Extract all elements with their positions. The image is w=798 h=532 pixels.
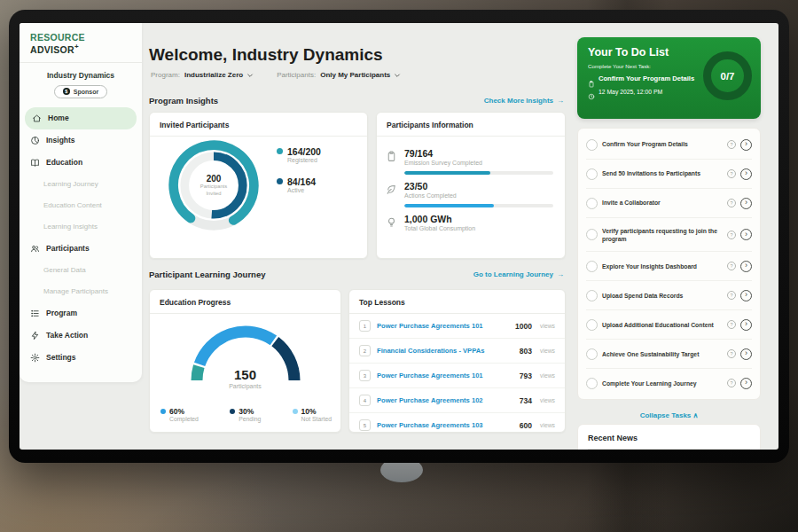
- lesson-views-word: views: [540, 348, 555, 354]
- sidebar-item-manage-participants[interactable]: Manage Participants: [20, 281, 142, 302]
- energy-icon: [386, 215, 397, 227]
- gauge-center-label: 150 Participants: [184, 367, 308, 389]
- legend-value: 164/200: [287, 146, 321, 157]
- sidebar-item-program[interactable]: Program: [20, 302, 142, 325]
- sidebar-item-label: General Data: [43, 266, 86, 274]
- legend-dot: [293, 409, 298, 414]
- legend-value: 60%: [169, 407, 199, 416]
- sidebar-item-learning-journey[interactable]: Learning Journey: [20, 174, 142, 195]
- task-row-complete-your-learning-journey: Complete Your Learning Journey?›: [586, 369, 752, 397]
- sidebar-item-take-action[interactable]: Take Action: [20, 325, 142, 347]
- lesson-views-count: 1000: [515, 322, 532, 331]
- insights-icon: [30, 136, 40, 145]
- monitor-bezel: RESOURCE ADVISOR+ Industry Dynamics $ Sp…: [9, 10, 789, 463]
- task-checkbox[interactable]: [586, 168, 598, 180]
- lesson-link[interactable]: Power Purchase Agreements 102: [377, 396, 513, 404]
- go-to-learning-journey-link[interactable]: Go to Learning Journey →: [473, 270, 564, 278]
- sidebar-item-general-data[interactable]: General Data: [20, 260, 142, 281]
- participants-filter: Participants: Only My Participants: [277, 71, 401, 79]
- logo-primary: RESOURCE: [30, 32, 85, 43]
- task-open-button[interactable]: ›: [740, 261, 752, 272]
- metric-label: Actions Completed: [404, 192, 553, 199]
- chevron-down-icon: [394, 72, 401, 79]
- program-filter-dropdown[interactable]: Industrialize Zero: [184, 71, 254, 79]
- education-icon: [30, 158, 40, 168]
- task-checkbox[interactable]: [586, 378, 598, 389]
- legend-dot: [277, 178, 283, 184]
- top-lessons-card: Top Lessons 1Power Purchase Agreements 1…: [348, 289, 566, 433]
- lesson-rank: 3: [359, 370, 371, 381]
- metric-progress-bar: [404, 171, 553, 175]
- lesson-link[interactable]: Financial Considerations - VPPAs: [377, 347, 513, 355]
- task-row-invite-a-collaborator: Invite a Collaborator?›: [586, 189, 752, 218]
- legend-dot: [277, 148, 283, 154]
- task-checkbox[interactable]: [586, 261, 598, 272]
- legend-dot: [230, 409, 235, 414]
- invited-participants-title: Invited Participants: [150, 113, 367, 137]
- task-checkbox[interactable]: [586, 319, 598, 331]
- sponsor-icon: $: [63, 88, 70, 95]
- sponsor-label: Sponsor: [74, 89, 98, 95]
- task-checkbox[interactable]: [586, 139, 598, 151]
- dashboard-screen: RESOURCE ADVISOR+ Industry Dynamics $ Sp…: [20, 23, 778, 450]
- sidebar-item-education-content[interactable]: Education Content: [20, 195, 142, 216]
- legend-label: Registered: [287, 157, 321, 163]
- lesson-views-count: 600: [520, 421, 532, 430]
- metric-progress-fill: [404, 171, 490, 175]
- task-checkbox[interactable]: [586, 198, 598, 209]
- lesson-link[interactable]: Power Purchase Agreements 101: [377, 322, 509, 330]
- legend-label: Completed: [169, 416, 199, 422]
- task-open-button[interactable]: ›: [740, 168, 752, 180]
- lesson-link[interactable]: Power Purchase Agreements 103: [377, 421, 513, 429]
- sidebar-item-insights[interactable]: Insights: [20, 129, 142, 152]
- sidebar-item-learning-insights[interactable]: Learning Insights: [20, 216, 142, 238]
- metric-progress-fill: [404, 204, 494, 207]
- task-row-achieve-one-sustainability-target: Achieve One Sustainability Target?›: [586, 340, 752, 369]
- sidebar-item-participants[interactable]: Participants: [20, 238, 142, 260]
- task-open-button[interactable]: ›: [740, 290, 752, 301]
- task-checkbox[interactable]: [586, 229, 598, 240]
- metric-value: 79/164: [404, 148, 553, 159]
- legend-text: 84/164Active: [287, 176, 316, 193]
- participants-count: 150: [184, 367, 308, 382]
- program-filter-label: Program:: [151, 71, 180, 79]
- task-open-button[interactable]: ›: [740, 378, 752, 389]
- check-more-insights-link[interactable]: Check More Insights →: [484, 97, 564, 105]
- lesson-rank: 5: [359, 419, 371, 431]
- lessons-list: 1Power Purchase Agreements 1011000views2…: [349, 314, 565, 433]
- lesson-views-word: views: [540, 422, 555, 428]
- task-checkbox[interactable]: [586, 348, 598, 360]
- info-icon: ?: [727, 379, 736, 387]
- info-icon: ?: [727, 291, 736, 300]
- legend-text: 60%Completed: [169, 407, 199, 422]
- task-open-button[interactable]: ›: [740, 198, 752, 209]
- lesson-link[interactable]: Power Purchase Agreements 101: [377, 372, 513, 379]
- legend-value: 30%: [239, 407, 261, 416]
- task-checkbox[interactable]: [586, 290, 598, 301]
- todo-summary-card: Your To Do List Complete Your Next Task:…: [577, 37, 761, 119]
- legend-value: 10%: [301, 407, 332, 416]
- education-gauge-chart: 150 Participants: [184, 318, 308, 387]
- task-label: Invite a Collaborator: [602, 199, 723, 207]
- sidebar-item-education[interactable]: Education: [20, 152, 142, 174]
- sidebar-item-home[interactable]: Home: [25, 107, 137, 129]
- task-row-upload-spend-data-records: Upload Spend Data Records?›: [586, 281, 752, 310]
- collapse-tasks-link[interactable]: Collapse Tasks ∧: [577, 411, 761, 419]
- legend-label: Active: [287, 187, 316, 193]
- task-open-button[interactable]: ›: [740, 229, 752, 240]
- participants-information-title: Participants Information: [377, 113, 565, 137]
- go-to-learning-journey-label: Go to Learning Journey: [473, 270, 553, 278]
- task-open-button[interactable]: ›: [740, 139, 752, 151]
- legend-item-pending: 30%Pending: [230, 407, 261, 422]
- participants-filter-dropdown[interactable]: Only My Participants: [320, 71, 401, 79]
- legend-label: Not Started: [301, 416, 332, 422]
- org-name: Industry Dynamics: [20, 71, 142, 80]
- sidebar-item-settings[interactable]: Settings: [20, 347, 142, 369]
- todo-progress-ring: 0/7: [703, 51, 752, 100]
- task-open-button[interactable]: ›: [740, 319, 752, 331]
- legend-item-completed: 60%Completed: [160, 407, 199, 422]
- check-more-insights-label: Check More Insights: [484, 97, 553, 105]
- task-open-button[interactable]: ›: [740, 348, 752, 360]
- education-progress-card: Education Progress 150 Participants 60%C…: [149, 289, 341, 433]
- participants-information-card: Participants Information 79/164Emission …: [376, 112, 566, 259]
